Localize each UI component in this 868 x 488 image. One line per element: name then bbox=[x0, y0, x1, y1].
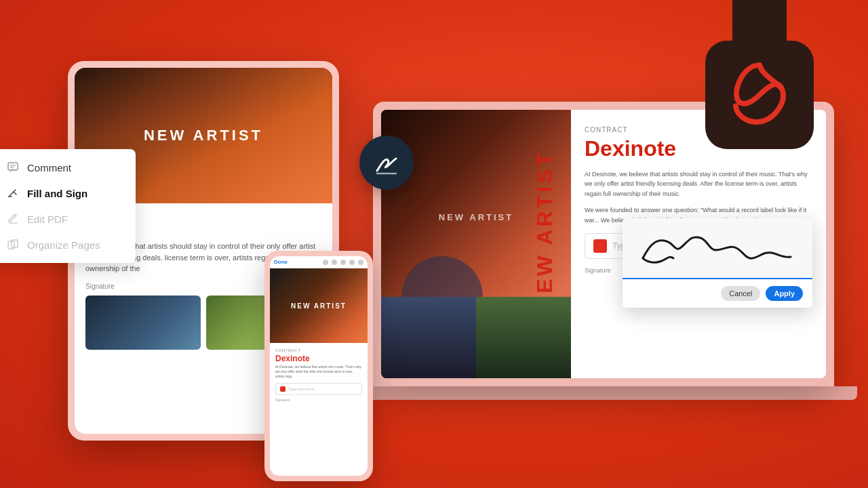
sign-icon bbox=[7, 187, 19, 199]
pdf-art-photos bbox=[381, 297, 571, 378]
pdf-center-text: NEW ARTIST bbox=[439, 212, 513, 222]
edit-pdf-label: Edit PDF bbox=[27, 214, 68, 225]
menu-item-comment[interactable]: Comment bbox=[0, 155, 136, 180]
sign-floating-button[interactable] bbox=[359, 136, 414, 190]
cancel-button[interactable]: Cancel bbox=[721, 286, 760, 301]
phone-hero-image: NEW ARTIST bbox=[270, 268, 368, 343]
signature-actions: Cancel Apply bbox=[623, 279, 812, 308]
phone-contract-label: Contract bbox=[275, 348, 362, 352]
phone-content: Contract Dexinote At Dexinote, we believ… bbox=[270, 343, 368, 407]
context-menu: Comment Fill and Sign Edit PDF bbox=[0, 149, 136, 263]
signature-canvas bbox=[623, 218, 812, 279]
organize-pages-label: Organize Pages bbox=[27, 239, 100, 251]
fill-and-sign-label: Fill and Sign bbox=[27, 188, 87, 199]
pdf-body-text-1: At Dexinote, we believe that artists sho… bbox=[585, 169, 812, 199]
pages-icon bbox=[7, 239, 19, 251]
phone-toolbar-icons bbox=[323, 260, 363, 265]
tablet-hero-text: NEW ARTIST bbox=[144, 127, 263, 144]
edit-icon bbox=[7, 213, 19, 225]
phone-tool-icon-5 bbox=[358, 260, 363, 265]
phone-field-icon bbox=[280, 386, 285, 392]
phone-field-placeholder: Type text here... bbox=[288, 387, 317, 391]
laptop-base bbox=[350, 386, 857, 400]
pdf-photo-2 bbox=[476, 297, 571, 378]
phone-hero-text: NEW ARTIST bbox=[291, 302, 347, 310]
phone-device: Done NEW ARTIST Contract Dexinote At Dex… bbox=[264, 251, 373, 481]
menu-item-organize-pages[interactable]: Organize Pages bbox=[0, 232, 136, 258]
apply-button[interactable]: Apply bbox=[766, 286, 803, 301]
phone-done-button[interactable]: Done bbox=[274, 259, 288, 265]
phone-tool-icon-4 bbox=[349, 260, 355, 265]
signature-popup: Cancel Apply bbox=[623, 218, 812, 308]
pdf-text-panel: Contract Dexinote At Dexinote, we believ… bbox=[571, 110, 826, 378]
menu-item-fill-and-sign[interactable]: Fill and Sign bbox=[0, 180, 136, 206]
phone-text-field[interactable]: Type text here... bbox=[275, 383, 362, 395]
svg-rect-0 bbox=[8, 163, 18, 170]
laptop-screen: NEW ARTIST NEW ARTIST Contract Dexinote … bbox=[381, 110, 826, 378]
phone-signature-label: Signature bbox=[275, 398, 362, 402]
menu-item-edit-pdf[interactable]: Edit PDF bbox=[0, 206, 136, 232]
phone-body: At Dexinote, we believe that artists sho… bbox=[275, 365, 362, 379]
phone-toolbar: Done bbox=[270, 256, 368, 268]
comment-label: Comment bbox=[27, 162, 71, 174]
phone-tool-icon-2 bbox=[332, 260, 337, 265]
phone-tool-icon-3 bbox=[340, 260, 346, 265]
comment-icon bbox=[7, 161, 19, 174]
acrobat-icon bbox=[705, 41, 814, 149]
pdf-photo-1 bbox=[381, 297, 476, 378]
tablet-photo-1 bbox=[85, 296, 201, 350]
phone-tool-icon-1 bbox=[323, 260, 328, 265]
phone-title: Dexinote bbox=[275, 354, 362, 363]
pdf-vertical-text: NEW ARTIST bbox=[532, 150, 557, 312]
pdf-field-icon bbox=[593, 239, 607, 253]
phone-screen: Done NEW ARTIST Contract Dexinote At Dex… bbox=[270, 256, 368, 476]
